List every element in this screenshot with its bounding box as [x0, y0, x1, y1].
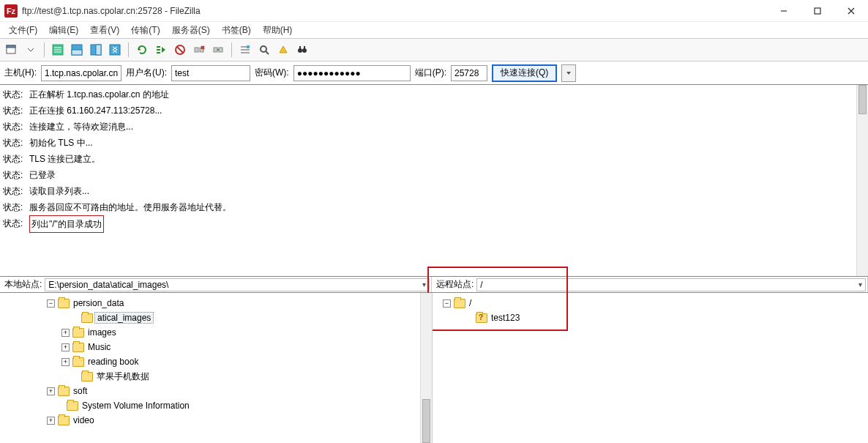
collapse-icon[interactable]: − — [443, 299, 451, 308]
disconnect-icon[interactable] — [190, 41, 208, 59]
svg-rect-30 — [247, 45, 250, 48]
svg-rect-20 — [195, 48, 198, 52]
expand-icon[interactable]: + — [61, 358, 70, 366]
svg-rect-14 — [110, 45, 120, 55]
host-label: 主机(H): — [4, 67, 37, 79]
tree-node[interactable]: reading book — [86, 357, 141, 367]
search-icon[interactable] — [255, 41, 273, 59]
tree-node[interactable]: Music — [86, 342, 113, 352]
log-label: 状态: — [3, 215, 29, 233]
vertical-splitter[interactable] — [430, 293, 433, 443]
folder-icon — [454, 299, 465, 308]
tree-panels: −persion_data atical_images +images +Mus… — [0, 293, 868, 443]
log-line: 已登录 — [29, 167, 865, 183]
folder-icon — [58, 387, 70, 396]
user-input[interactable] — [171, 65, 250, 81]
log-line: TLS 连接已建立。 — [29, 151, 865, 167]
svg-line-19 — [177, 47, 183, 53]
folder-icon — [58, 416, 70, 425]
menu-file[interactable]: 文件(F) — [3, 23, 43, 38]
folder-icon — [58, 299, 70, 308]
user-label: 用户名(U): — [126, 67, 167, 79]
tree-node[interactable]: atical_images — [94, 312, 154, 324]
collapse-icon[interactable]: − — [47, 299, 55, 308]
site-manager-icon[interactable] — [3, 41, 20, 59]
chevron-down-icon[interactable]: ▾ — [422, 280, 426, 288]
log-label: 状态: — [3, 135, 29, 151]
tree-node[interactable]: soft — [71, 386, 89, 396]
log-label: 状态: — [3, 199, 29, 215]
window-title: ftp://test@1.tcp.nas.cpolar.cn:25728 - F… — [22, 6, 767, 16]
pass-input[interactable] — [293, 65, 411, 81]
svg-rect-35 — [299, 46, 301, 49]
log-label: 状态: — [3, 119, 29, 135]
local-tree[interactable]: −persion_data atical_images +images +Mus… — [0, 293, 432, 443]
quickconnect-bar: 主机(H): 用户名(U): 密码(W): 端口(P): 快速连接(Q) — [0, 62, 868, 85]
tree-node[interactable]: / — [467, 298, 474, 308]
log-line: 服务器回应不可路由的地址。使用服务器地址代替。 — [29, 199, 865, 215]
log-line: 正在连接 61.160.247.113:25728... — [29, 103, 865, 119]
pass-label: 密码(W): — [255, 67, 289, 79]
refresh-icon[interactable] — [133, 41, 151, 59]
toggle-log-icon[interactable] — [49, 41, 67, 59]
remote-site-path[interactable]: / ▾ — [476, 278, 866, 291]
svg-rect-36 — [304, 46, 305, 49]
tree-node[interactable]: System Volume Information — [80, 401, 192, 411]
compare-icon[interactable] — [274, 41, 292, 59]
expand-icon[interactable]: + — [61, 343, 70, 351]
log-scrollbar[interactable] — [856, 85, 868, 276]
expand-icon[interactable]: + — [61, 329, 70, 337]
toggle-remote-tree-icon[interactable] — [87, 41, 105, 59]
maximize-button[interactable] — [801, 0, 834, 22]
local-site-path[interactable]: E:\persion_data\atical_images\ ▾ — [45, 278, 430, 291]
expand-icon[interactable]: + — [47, 387, 55, 395]
log-panel[interactable]: 状态:正在解析 1.tcp.nas.cpolar.cn 的地址 状态:正在连接 … — [0, 85, 868, 277]
menu-server[interactable]: 服务器(S) — [166, 23, 216, 38]
tree-node[interactable]: 苹果手机数据 — [94, 371, 151, 383]
remote-site-label: 远程站点: — [433, 278, 474, 291]
log-label: 状态: — [3, 86, 29, 103]
dropdown-icon[interactable] — [22, 41, 40, 59]
menu-help[interactable]: 帮助(H) — [257, 23, 299, 38]
tree-node[interactable]: images — [86, 327, 119, 338]
reconnect-icon[interactable] — [209, 41, 227, 59]
menu-bookmarks[interactable]: 书签(B) — [216, 23, 257, 38]
minimize-button[interactable] — [767, 0, 801, 22]
host-input[interactable] — [41, 65, 121, 81]
svg-rect-1 — [815, 8, 820, 14]
log-line: 读取目录列表... — [29, 183, 865, 199]
menu-transfer[interactable]: 传输(T) — [125, 23, 165, 38]
log-line: 初始化 TLS 中... — [29, 135, 865, 151]
tree-node[interactable]: test123 — [489, 313, 522, 323]
tree-node[interactable]: persion_data — [71, 298, 126, 308]
log-label: 状态: — [3, 167, 29, 183]
port-label: 端口(P): — [415, 67, 446, 79]
svg-rect-11 — [72, 50, 82, 55]
tree-node[interactable]: video — [71, 415, 97, 425]
remote-tree[interactable]: −/ test123 — [432, 293, 868, 443]
expand-icon[interactable]: + — [47, 417, 55, 425]
close-button[interactable] — [834, 0, 868, 22]
folder-icon — [72, 357, 84, 367]
quickconnect-button[interactable]: 快速连接(Q) — [492, 64, 557, 82]
quickconnect-dropdown[interactable] — [561, 64, 576, 82]
toggle-queue-icon[interactable] — [106, 41, 124, 59]
log-line: 列出"/"的目录成功 — [29, 215, 865, 233]
folder-icon — [81, 372, 93, 381]
port-input[interactable] — [451, 65, 487, 81]
chevron-down-icon[interactable]: ▾ — [858, 280, 862, 288]
svg-rect-5 — [7, 45, 15, 48]
log-label: 状态: — [3, 183, 29, 199]
filter-icon[interactable] — [236, 41, 254, 59]
folder-icon — [67, 401, 78, 411]
process-queue-icon[interactable] — [152, 41, 170, 59]
site-path-bars: 本地站点: E:\persion_data\atical_images\ ▾ 远… — [0, 277, 868, 293]
menu-view[interactable]: 查看(V) — [84, 23, 125, 38]
toggle-local-tree-icon[interactable] — [68, 41, 86, 59]
cancel-icon[interactable] — [171, 41, 189, 59]
binoculars-icon[interactable] — [293, 41, 311, 59]
folder-icon — [72, 343, 84, 352]
svg-line-32 — [266, 51, 269, 54]
menu-edit[interactable]: 编辑(E) — [43, 23, 84, 38]
svg-rect-24 — [214, 48, 217, 52]
